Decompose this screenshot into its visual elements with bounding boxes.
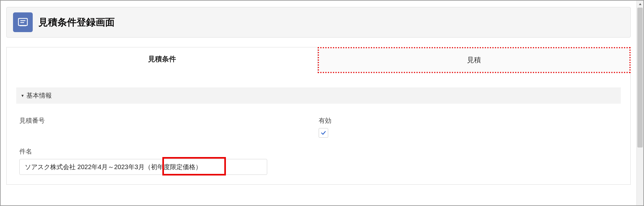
scrollbar[interactable] bbox=[636, 1, 643, 205]
tab-quote[interactable]: 見積 bbox=[318, 47, 631, 73]
field-valid: 有効 bbox=[319, 116, 618, 138]
scrollbar-up-icon[interactable] bbox=[637, 1, 644, 8]
svg-rect-0 bbox=[18, 18, 27, 25]
tabs: 見積条件 見積 bbox=[6, 47, 631, 73]
page-title: 見積条件登録画面 bbox=[38, 16, 115, 29]
page-header: 見積条件登録画面 bbox=[6, 7, 631, 38]
quote-number-label: 見積番号 bbox=[19, 116, 319, 125]
svg-marker-4 bbox=[639, 3, 641, 5]
field-quote-number: 見積番号 bbox=[19, 116, 319, 138]
check-icon bbox=[321, 130, 326, 136]
form-panel: ▼ 基本情報 見積番号 有効 件名 bbox=[6, 73, 631, 185]
field-subject: 件名 bbox=[19, 147, 618, 175]
chevron-down-icon: ▼ bbox=[21, 93, 24, 98]
form-grid: 見積番号 有効 件名 bbox=[16, 116, 621, 175]
tab-quote-conditions[interactable]: 見積条件 bbox=[6, 47, 318, 73]
tab-label: 見積条件 bbox=[148, 55, 176, 63]
valid-checkbox[interactable] bbox=[319, 128, 328, 138]
subject-input-wrap bbox=[19, 159, 618, 175]
valid-label: 有効 bbox=[319, 116, 618, 125]
quote-icon bbox=[13, 12, 33, 32]
section-basic-info[interactable]: ▼ 基本情報 bbox=[16, 87, 621, 104]
scrollbar-thumb[interactable] bbox=[637, 8, 643, 148]
content-area: 見積条件登録画面 見積条件 見積 ▼ 基本情報 見積番号 有効 bbox=[1, 1, 636, 205]
window-frame: 見積条件登録画面 見積条件 見積 ▼ 基本情報 見積番号 有効 bbox=[0, 0, 644, 206]
subject-input[interactable] bbox=[19, 159, 267, 175]
tab-label: 見積 bbox=[467, 56, 481, 64]
subject-label: 件名 bbox=[19, 147, 618, 156]
section-title: 基本情報 bbox=[26, 91, 52, 100]
